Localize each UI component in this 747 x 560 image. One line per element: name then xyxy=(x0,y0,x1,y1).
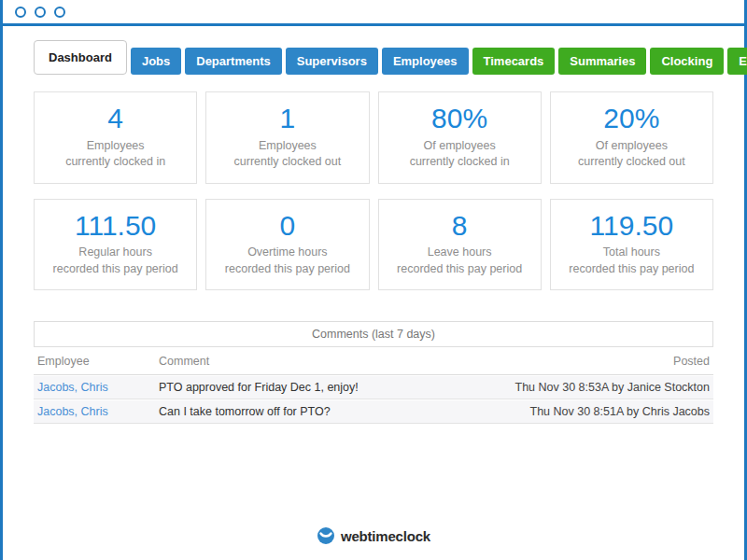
stat-label: Leave hours recorded this pay period xyxy=(385,245,535,277)
tab-editing[interactable]: Editing xyxy=(727,48,747,75)
comment-text: Can I take tomorrow off for PTO? xyxy=(159,405,530,418)
stat-card-clocked-out: 1 Employees currently clocked out xyxy=(205,91,369,184)
stat-card-total-hours: 119.50 Total hours recorded this pay per… xyxy=(550,199,713,291)
brand-name: webtimeclock xyxy=(341,528,430,544)
stat-value: 4 xyxy=(40,100,190,138)
stat-label: Total hours recorded this pay period xyxy=(557,245,707,277)
stat-cards-row-2: 111.50 Regular hours recorded this pay p… xyxy=(34,199,713,291)
stat-cards-row-1: 4 Employees currently clocked in 1 Emplo… xyxy=(34,91,713,184)
employee-link[interactable]: Jacobs, Chris xyxy=(37,381,159,394)
tab-timecards[interactable]: Timecards xyxy=(472,48,556,75)
stat-label: Regular hours recorded this pay period xyxy=(40,245,190,277)
stat-card-leave-hours: 8 Leave hours recorded this pay period xyxy=(378,199,542,291)
comment-row: Jacobs, Chris Can I take tomorrow off fo… xyxy=(34,399,713,424)
stat-label: Employees currently clocked out xyxy=(212,138,362,171)
comments-title: Comments (last 7 days) xyxy=(34,321,713,347)
window-button-icon[interactable] xyxy=(54,7,65,18)
column-header-employee: Employee xyxy=(37,355,159,368)
tab-summaries[interactable]: Summaries xyxy=(558,48,646,75)
stat-card-clocked-in: 4 Employees currently clocked in xyxy=(34,91,197,184)
stat-value: 8 xyxy=(385,207,535,245)
stat-value: 0 xyxy=(212,207,362,245)
footer-brand: webtimeclock xyxy=(3,526,744,545)
stat-value: 119.50 xyxy=(557,207,707,245)
posted-text: Thu Nov 30 8:53A by Janice Stockton xyxy=(515,381,710,394)
posted-text: Thu Nov 30 8:51A by Chris Jacobs xyxy=(530,405,710,418)
comments-column-headers: Employee Comment Posted xyxy=(34,347,713,375)
tab-departments[interactable]: Departments xyxy=(185,48,281,75)
comments-section: Comments (last 7 days) Employee Comment … xyxy=(34,321,713,424)
comment-text: PTO approved for Friday Dec 1, enjoy! xyxy=(159,381,515,394)
stat-label: Overtime hours recorded this pay period xyxy=(212,245,362,277)
column-header-posted: Posted xyxy=(673,355,710,368)
comment-row: Jacobs, Chris PTO approved for Friday De… xyxy=(34,375,713,399)
stat-card-overtime-hours: 0 Overtime hours recorded this pay perio… xyxy=(205,199,369,291)
tab-employees[interactable]: Employees xyxy=(382,48,469,75)
stat-card-regular-hours: 111.50 Regular hours recorded this pay p… xyxy=(34,199,197,291)
browser-window: Dashboard Jobs Departments Supervisors E… xyxy=(0,0,747,560)
window-button-icon[interactable] xyxy=(35,7,46,18)
nav-tabs: Dashboard Jobs Departments Supervisors E… xyxy=(34,40,713,75)
stat-value: 20% xyxy=(557,100,707,138)
window-button-icon[interactable] xyxy=(15,7,26,18)
page-content: Dashboard Jobs Departments Supervisors E… xyxy=(3,40,744,424)
stat-label: Of employees currently clocked out xyxy=(557,138,707,171)
tab-dashboard[interactable]: Dashboard xyxy=(34,40,127,75)
stat-card-percent-out: 20% Of employees currently clocked out xyxy=(550,91,713,184)
stat-card-percent-in: 80% Of employees currently clocked in xyxy=(378,91,542,184)
tab-clocking[interactable]: Clocking xyxy=(650,48,724,75)
stat-value: 1 xyxy=(212,100,362,138)
stat-label: Employees currently clocked in xyxy=(40,138,190,171)
stat-label: Of employees currently clocked in xyxy=(385,138,535,171)
employee-link[interactable]: Jacobs, Chris xyxy=(37,405,159,418)
tab-supervisors[interactable]: Supervisors xyxy=(286,48,378,75)
tab-jobs[interactable]: Jobs xyxy=(131,48,181,75)
stat-value: 111.50 xyxy=(40,207,190,245)
webtimeclock-logo-icon xyxy=(317,526,335,545)
column-header-comment: Comment xyxy=(159,355,673,368)
stat-value: 80% xyxy=(385,100,535,138)
browser-titlebar xyxy=(3,0,744,26)
